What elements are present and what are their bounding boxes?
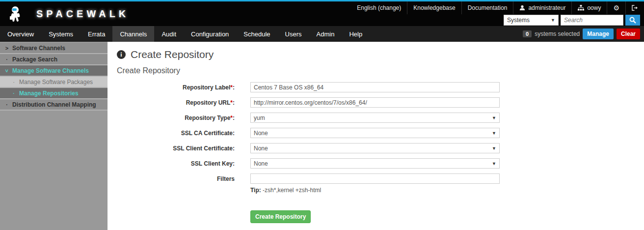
- brand-name: SPACEWALK: [36, 8, 129, 20]
- sidebar-item-label: Manage Software Packages: [19, 79, 93, 86]
- top-links: English (change) Knowledgebase Documenta…: [351, 1, 644, 14]
- clear-button[interactable]: Clear: [617, 29, 640, 39]
- repository-url-field[interactable]: [250, 97, 500, 108]
- nav-tab-errata[interactable]: Errata: [80, 26, 112, 42]
- ssl-client-certificate-select[interactable]: None ▼: [250, 143, 500, 153]
- sidebar-item-distribution-channel-mapping[interactable]: · Distribution Channel Mapping: [0, 99, 107, 111]
- manage-button[interactable]: Manage: [583, 29, 614, 39]
- logout-button[interactable]: [625, 1, 644, 14]
- sidebar-item-label: Manage Software Channels: [12, 67, 89, 74]
- ssl-client-key-select[interactable]: None ▼: [250, 158, 500, 169]
- link-knowledgebase[interactable]: Knowledgebase: [407, 1, 461, 14]
- spacewalk-astronaut-icon: [9, 5, 24, 22]
- nav-tab-users[interactable]: Users: [278, 26, 309, 42]
- top-header: SPACEWALK English (change) Knowledgebase…: [0, 1, 644, 26]
- ssl-ca-certificate-label: SSL CA Certificate:: [117, 128, 235, 138]
- brand[interactable]: SPACEWALK: [0, 1, 129, 26]
- nav-tab-admin[interactable]: Admin: [309, 26, 342, 42]
- nav-tab-help[interactable]: Help: [342, 26, 370, 42]
- nav-tab-configuration[interactable]: Configuration: [184, 26, 236, 42]
- main-content: i Create Repository Create Repository Re…: [107, 42, 644, 230]
- ssl-client-certificate-label: SSL Client Certificate:: [117, 143, 235, 153]
- sidebar: > Software Channels · Package Search > M…: [0, 42, 107, 230]
- repository-type-select[interactable]: yum ▼: [250, 113, 500, 123]
- sitemap-icon: [578, 5, 584, 11]
- user-icon: [519, 5, 525, 11]
- sidebar-item-package-search[interactable]: · Package Search: [0, 54, 107, 65]
- chevron-down-icon: ▼: [492, 115, 496, 120]
- sidebar-item-manage-software-packages[interactable]: · Manage Software Packages: [0, 77, 107, 88]
- repository-label-field[interactable]: [250, 82, 500, 92]
- settings-button[interactable]: ⚙: [607, 1, 625, 14]
- search-icon: [629, 17, 636, 24]
- nav-tab-systems[interactable]: Systems: [41, 26, 80, 42]
- nav-tab-audit[interactable]: Audit: [154, 26, 184, 42]
- nav-tab-overview[interactable]: Overview: [0, 26, 41, 42]
- search-button[interactable]: [625, 15, 640, 26]
- filters-field[interactable]: [250, 173, 500, 184]
- sidebar-item-label: Package Search: [12, 56, 57, 63]
- sidebar-item-label: Software Channels: [12, 45, 65, 52]
- link-language[interactable]: English (change): [351, 1, 407, 14]
- link-documentation[interactable]: Documentation: [461, 1, 513, 14]
- info-circle-icon: i: [117, 50, 126, 59]
- repository-label-label: Repository Label*:: [117, 82, 235, 92]
- chevron-down-icon: ▼: [492, 131, 496, 136]
- selected-count-badge: 0: [523, 30, 532, 37]
- search-scope-select[interactable]: Systems ▼: [504, 15, 559, 26]
- nav-tab-schedule[interactable]: Schedule: [236, 26, 277, 42]
- bullet-icon: ·: [12, 79, 16, 85]
- filters-tip: Tip: -zsh*,kernel +zsh-html: [250, 187, 644, 197]
- main-nav: Overview Systems Errata Channels Audit C…: [0, 26, 644, 42]
- chevron-down-icon: >: [4, 69, 10, 73]
- chevron-down-icon: ▼: [492, 161, 496, 166]
- gears-icon: ⚙: [613, 4, 619, 12]
- search-bar: Systems ▼: [504, 14, 644, 26]
- org-menu[interactable]: oowy: [571, 1, 607, 14]
- bullet-icon: ·: [5, 57, 9, 62]
- repository-type-label: Repository Type*:: [117, 113, 235, 123]
- selected-count-label: systems selected: [535, 30, 580, 37]
- sidebar-item-manage-repositories[interactable]: · Manage Repositories: [0, 88, 107, 99]
- ssl-client-key-label: SSL Client Key:: [117, 158, 235, 169]
- repository-url-label: Repository URL*:: [117, 97, 235, 108]
- nav-tab-channels[interactable]: Channels: [112, 26, 154, 42]
- bullet-icon: ·: [5, 102, 9, 108]
- search-input[interactable]: [561, 15, 623, 26]
- section-title: Create Repository: [117, 66, 644, 75]
- sidebar-item-manage-software-channels[interactable]: > Manage Software Channels: [0, 65, 107, 77]
- user-menu[interactable]: administrateur: [513, 1, 571, 14]
- chevron-down-icon: ▼: [551, 18, 555, 23]
- bullet-icon: ·: [12, 90, 16, 96]
- sign-out-icon: [632, 5, 638, 11]
- sidebar-item-software-channels[interactable]: > Software Channels: [0, 43, 107, 54]
- sidebar-item-label: Distribution Channel Mapping: [12, 101, 96, 108]
- chevron-right-icon: >: [5, 45, 9, 51]
- ssl-ca-certificate-select[interactable]: None ▼: [250, 128, 500, 138]
- filters-label: Filters: [117, 173, 235, 184]
- create-repository-button[interactable]: Create Repository: [250, 210, 311, 223]
- chevron-down-icon: ▼: [492, 146, 496, 151]
- page-title: Create Repository: [131, 49, 214, 60]
- sidebar-item-label: Manage Repositories: [19, 90, 79, 97]
